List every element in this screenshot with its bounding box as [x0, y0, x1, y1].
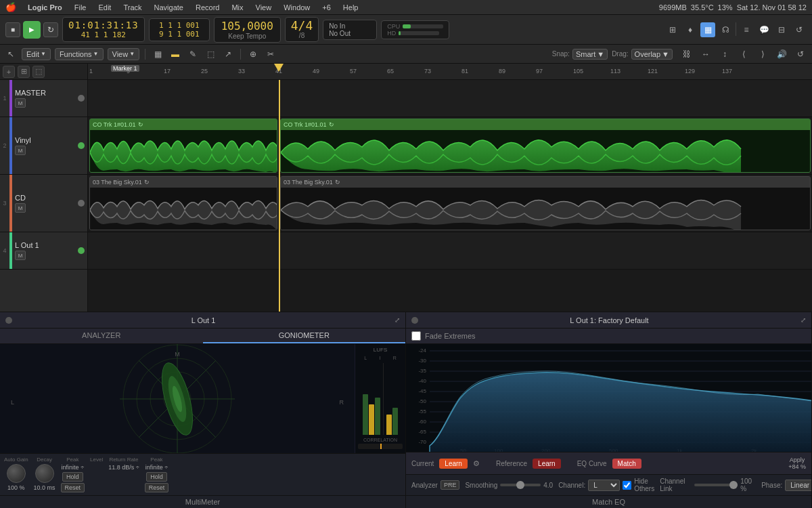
speaker-icon[interactable]: 🔊	[774, 47, 789, 62]
decay-knob[interactable]	[35, 464, 54, 483]
link-icon[interactable]: ⛓	[679, 47, 694, 62]
cpu-label: CPU	[387, 23, 400, 30]
track-list: + ⊞ ⬚ 1 MASTER M 2	[0, 64, 88, 312]
scissors-icon[interactable]: ✂	[264, 47, 277, 61]
menu-window[interactable]: Window	[279, 2, 315, 13]
icon2[interactable]: ♦	[683, 22, 698, 37]
pre-button[interactable]: PRE	[441, 480, 460, 490]
cd-clip-left[interactable]: 03 The Big Sky.01 ↻	[89, 176, 277, 230]
chat-icon[interactable]: 💬	[757, 22, 771, 37]
track-expand-button[interactable]: ⬚	[32, 66, 45, 78]
matcheq-expand-button[interactable]: ⤢	[800, 316, 806, 324]
zoom-v-icon[interactable]: ↕	[717, 47, 732, 62]
view-menu[interactable]: View ▼	[108, 48, 140, 60]
reset-button-peak2[interactable]: Reset	[145, 483, 169, 492]
hide-others-checkbox[interactable]	[623, 481, 631, 490]
menu-view[interactable]: View	[251, 2, 277, 13]
mute-button-vinyl[interactable]: M	[15, 146, 26, 155]
apply-button[interactable]: Apply +84 %	[788, 457, 806, 470]
mix-icon[interactable]: ⊟	[774, 22, 789, 37]
time-signature-display[interactable]: 4/4 /8	[285, 17, 319, 42]
drag-label: Drag:	[612, 50, 628, 58]
hold-button-peak[interactable]: Hold	[62, 472, 83, 482]
channel-link-slider[interactable]	[694, 484, 738, 486]
goniometer-tab[interactable]: GONIOMETER	[203, 329, 406, 343]
matcheq-name: Match EQ	[406, 495, 811, 508]
cd-waveform-right	[281, 188, 810, 230]
playhead-marker[interactable]	[274, 64, 284, 72]
pointer-icon[interactable]: ↖	[4, 47, 18, 61]
matcheq-close-button[interactable]	[411, 317, 418, 324]
menu-file[interactable]: File	[70, 2, 91, 13]
channel-link-label: Channel Link	[660, 478, 692, 492]
drag-select[interactable]: Overlap ▼	[631, 49, 673, 60]
add-track-button[interactable]: +	[3, 66, 15, 78]
menu-help[interactable]: Help	[338, 2, 363, 13]
lufs-bar-i	[369, 404, 374, 435]
fwd-icon[interactable]: ⟩	[755, 47, 770, 62]
mute-button-cd[interactable]: M	[15, 203, 26, 213]
stop-button[interactable]: ■	[5, 22, 20, 37]
pos-top: 1 1 1 001	[159, 21, 200, 30]
matcheq-chart[interactable]: -24 -30 -35 -40 -45 -50 -55 -60 -65 -70 …	[406, 344, 811, 452]
zoom-icon[interactable]: ⊕	[246, 47, 260, 61]
back-icon[interactable]: ⟨	[736, 47, 751, 62]
pencil-icon[interactable]: ✎	[186, 47, 200, 61]
menu-edit[interactable]: Edit	[93, 2, 116, 13]
menu-logicpro[interactable]: Logic Pro	[23, 2, 67, 13]
phase-control: Phase: LinearMinimum	[761, 480, 812, 491]
cycle-button[interactable]: ↻	[43, 22, 58, 37]
apple-logo[interactable]: 🍎	[5, 2, 16, 12]
play-button[interactable]: ▶	[23, 21, 41, 39]
track-controls-lout: M	[15, 251, 75, 260]
system-meters: CPU HD	[381, 20, 449, 39]
sig-bot: /8	[299, 32, 304, 39]
multimeter-expand-button[interactable]: ⤢	[394, 316, 400, 324]
icon4[interactable]: ☊	[718, 22, 733, 37]
analyzer-tab[interactable]: ANALYZER	[0, 329, 203, 343]
menu-track[interactable]: Track	[118, 2, 146, 13]
current-learn-button[interactable]: Learn	[439, 459, 468, 469]
list-view-icon[interactable]: ▬	[168, 47, 182, 61]
icon3[interactable]: ▦	[700, 22, 715, 37]
track-activity-vinyl	[78, 142, 85, 149]
menu-mix[interactable]: Mix	[227, 2, 248, 13]
cursor-icon[interactable]: ↗	[221, 47, 235, 61]
channel-select[interactable]: LRL+R	[588, 480, 620, 491]
tempo-label: Keep Tempo	[228, 33, 266, 40]
multimeter-close-button[interactable]	[5, 317, 12, 324]
marquee-icon[interactable]: ⬚	[204, 47, 217, 61]
matcheq-svg: -24 -30 -35 -40 -45 -50 -55 -60 -65 -70 …	[406, 344, 811, 452]
toolbar-right-icons: ⊞ ♦ ▦ ☊ ≡ 💬 ⊟ ↺	[665, 22, 807, 37]
icon1[interactable]: ⊞	[665, 22, 680, 37]
svg-text:-70: -70	[418, 439, 426, 445]
loop-icon[interactable]: ↺	[793, 47, 808, 62]
phase-select[interactable]: LinearMinimum	[785, 480, 812, 491]
menu-record[interactable]: Record	[191, 2, 224, 13]
fade-extremes-checkbox[interactable]	[411, 331, 421, 341]
loops-icon[interactable]: ↺	[792, 22, 807, 37]
edit-menu[interactable]: Edit ▼	[22, 48, 51, 60]
functions-menu[interactable]: Functions ▼	[55, 48, 104, 60]
mute-button-master[interactable]: M	[15, 98, 26, 108]
smoothing-slider[interactable]	[500, 484, 541, 486]
zoom-h-icon[interactable]: ↔	[698, 47, 713, 62]
vinyl-clip-left[interactable]: CO Trk 1#01.01 ↻	[89, 119, 277, 173]
track-config-button[interactable]: ⊞	[18, 66, 30, 78]
match-button[interactable]: Match	[612, 459, 641, 469]
menu-navigate[interactable]: Navigate	[150, 2, 188, 13]
reset-button-peak[interactable]: Reset	[61, 483, 85, 492]
mute-button-lout[interactable]: M	[15, 251, 26, 260]
hold-button-peak2[interactable]: Hold	[146, 472, 167, 482]
ruler[interactable]: Marker 1 1 9 17 25 33 41 49 57 65 73 81 …	[88, 64, 812, 80]
snap-select[interactable]: Smart ▼	[572, 49, 608, 60]
menu-plus6[interactable]: +6	[317, 2, 336, 13]
bpm-display[interactable]: 105,0000 Keep Tempo	[214, 17, 281, 43]
vinyl-clip-right[interactable]: CO Trk 1#01.01 ↻	[280, 119, 811, 173]
grid-view-icon[interactable]: ▦	[151, 47, 164, 61]
gear-icon[interactable]: ⚙	[473, 459, 480, 468]
reference-learn-button[interactable]: Learn	[533, 459, 561, 469]
grid-icon[interactable]: ≡	[739, 22, 754, 37]
auto-gain-knob[interactable]	[7, 464, 26, 483]
cd-clip-right[interactable]: 03 The Big Sky.01 ↻	[280, 176, 811, 230]
